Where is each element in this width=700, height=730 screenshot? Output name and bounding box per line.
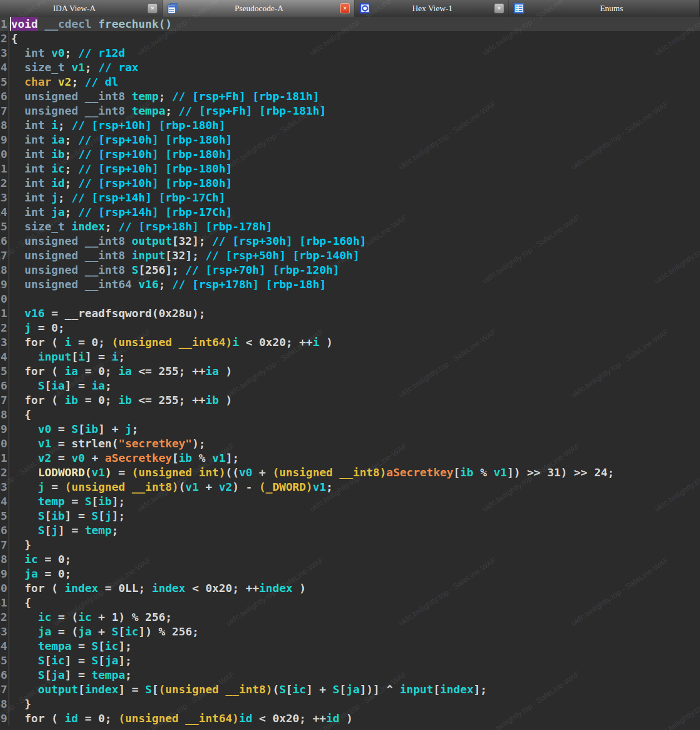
code-line[interactable]: 9 int ia; // [rsp+10h] [rbp-180h] [0,132,700,147]
code-line[interactable]: 1void __cdecl freechunk() [0,17,700,31]
code-line[interactable]: 14 int ja; // [rsp+14h] [rbp-17Ch] [0,205,700,219]
code-line[interactable]: 27 for ( ib = 0; ib <= 255; ++ib ) [0,393,700,407]
code-line[interactable]: 8 int i; // [rsp+10h] [rbp-180h] [0,118,700,132]
code-line[interactable]: 19 unsigned __int64 v16; // [rsp+178h] [… [0,277,700,292]
code-line[interactable]: 17 unsigned __int8 input[32]; // [rsp+50… [0,248,700,263]
code-text: temp = S[ib]; [9,494,700,509]
code-line[interactable]: 30 v1 = strlen("secretkey"); [0,436,700,451]
code-line[interactable]: 29 v0 = S[ib] + j; [0,422,700,436]
pseudocode-view[interactable]: 1void __cdecl freechunk()2{3 int v0; // … [0,17,700,726]
line-number: 36 [0,523,9,537]
code-line[interactable]: 11 int ic; // [rsp+10h] [rbp-180h] [0,161,700,176]
line-number: 33 [0,480,9,494]
code-line[interactable]: 43 ja = (ja + S[ic]) % 256; [0,624,700,639]
line-number: 47 [0,682,9,697]
code-line[interactable]: 24 input[i] = i; [0,349,700,364]
code-line[interactable]: 4 size_t v1; // rax [0,60,700,75]
line-number: 24 [0,349,9,364]
line-number: 32 [0,465,9,480]
code-line[interactable]: 5 char v2; // dl [0,75,700,89]
line-number: 16 [0,234,9,248]
code-text: { [9,31,700,46]
close-icon[interactable]: ✕ [147,3,157,13]
line-number: 9 [0,132,9,147]
line-number: 13 [0,190,9,205]
code-line[interactable]: 21 v16 = __readfsqword(0x28u); [0,306,700,320]
tab-pseudocode-a[interactable]: Pseudocode-A ✕ [162,0,355,17]
code-line[interactable]: 49 for ( id = 0; (unsigned __int64)id < … [0,711,700,726]
line-number: 44 [0,639,9,653]
code-text: int ia; // [rsp+10h] [rbp-180h] [9,132,700,147]
tab-hex-view-1[interactable]: Hex View-1 ✕ [355,0,509,17]
code-text: for ( ia = 0; ia <= 255; ++ia ) [9,364,700,378]
code-line[interactable]: 32 LODWORD(v1) = (unsigned int)((v0 + (u… [0,465,700,480]
code-line[interactable]: 33 j = (unsigned __int8)(v1 + v2) - (_DW… [0,480,700,494]
code-text: j = 0; [9,320,700,335]
code-line[interactable]: 25 for ( ia = 0; ia <= 255; ++ia ) [0,364,700,378]
code-text: v2 = v0 + aSecretkey[ib % v1]; [9,451,700,465]
code-line[interactable]: 22 j = 0; [0,320,700,335]
code-text: unsigned __int8 output[32]; // [rsp+30h]… [9,234,700,248]
line-number: 34 [0,494,9,509]
code-line[interactable]: 3 int v0; // r12d [0,46,700,60]
close-icon[interactable]: ✕ [494,3,504,13]
code-text: output[index] = S[(unsigned __int8)(S[ic… [9,682,700,697]
code-line[interactable]: 40 for ( index = 0LL; index < 0x20; ++in… [0,581,700,595]
code-line[interactable]: 41 { [0,595,700,610]
line-number: 17 [0,248,9,263]
code-line[interactable]: 28 { [0,407,700,422]
line-number: 37 [0,537,9,552]
tab-enums[interactable]: Enums [509,0,700,17]
code-line[interactable]: 20 [0,292,700,306]
code-line[interactable]: 36 S[j] = temp; [0,523,700,537]
code-line[interactable]: 12 int id; // [rsp+10h] [rbp-180h] [0,176,700,190]
line-number: 15 [0,219,9,234]
code-text: ic = (ic + 1) % 256; [9,610,700,624]
code-line[interactable]: 2{ [0,31,700,46]
code-line[interactable]: 7 unsigned __int8 tempa; // [rsp+Fh] [rb… [0,103,700,118]
code-line[interactable]: 45 S[ic] = S[ja]; [0,653,700,668]
line-number: 22 [0,320,9,335]
line-number: 26 [0,378,9,393]
code-line[interactable]: 34 temp = S[ib]; [0,494,700,509]
code-line[interactable]: 13 int j; // [rsp+14h] [rbp-17Ch] [0,190,700,205]
code-line[interactable]: 37 } [0,537,700,552]
code-text: v1 = strlen("secretkey"); [9,436,700,451]
code-line[interactable]: 42 ic = (ic + 1) % 256; [0,610,700,624]
code-text: int v0; // r12d [9,46,700,60]
text-caret [10,17,11,31]
code-line[interactable]: 6 unsigned __int8 temp; // [rsp+Fh] [rbp… [0,89,700,103]
code-text: int i; // [rsp+10h] [rbp-180h] [9,118,700,132]
code-line[interactable]: 44 tempa = S[ic]; [0,639,700,653]
code-line[interactable]: 26 S[ia] = ia; [0,378,700,393]
code-line[interactable]: 47 output[index] = S[(unsigned __int8)(S… [0,682,700,697]
close-icon[interactable]: ✕ [340,3,350,13]
code-line[interactable]: 18 unsigned __int8 S[256]; // [rsp+70h] … [0,263,700,277]
code-line[interactable]: 31 v2 = v0 + aSecretkey[ib % v1]; [0,451,700,465]
ida-window: { "tabs": [ {"label": "IDA View-A", "act… [0,0,700,730]
tab-label: Enums [528,4,695,13]
enums-icon [514,3,525,14]
code-text: S[ja] = tempa; [9,668,700,682]
line-number: 39 [0,566,9,581]
line-number: 18 [0,263,9,277]
line-number: 46 [0,668,9,682]
code-line[interactable]: 16 unsigned __int8 output[32]; // [rsp+3… [0,234,700,248]
code-line[interactable]: 10 int ib; // [rsp+10h] [rbp-180h] [0,147,700,161]
code-line[interactable]: 23 for ( i = 0; (unsigned __int64)i < 0x… [0,335,700,349]
line-number: 35 [0,509,9,523]
code-line[interactable]: 48 } [0,697,700,711]
code-text: ic = 0; [9,552,700,566]
code-line[interactable]: 15 size_t index; // [rsp+18h] [rbp-178h] [0,219,700,234]
code-text: { [9,407,700,422]
code-line[interactable]: 38 ic = 0; [0,552,700,566]
code-text: unsigned __int8 tempa; // [rsp+Fh] [rbp-… [9,103,700,118]
code-text: { [9,595,700,610]
code-line[interactable]: 35 S[ib] = S[j]; [0,509,700,523]
code-text: LODWORD(v1) = (unsigned int)((v0 + (unsi… [9,465,700,480]
code-line[interactable]: 46 S[ja] = tempa; [0,668,700,682]
tab-ida-view-a[interactable]: IDA View-A ✕ [0,0,162,17]
code-text: int j; // [rsp+14h] [rbp-17Ch] [9,190,700,205]
tab-label: Pseudocode-A [181,4,337,13]
code-line[interactable]: 39 ja = 0; [0,566,700,581]
